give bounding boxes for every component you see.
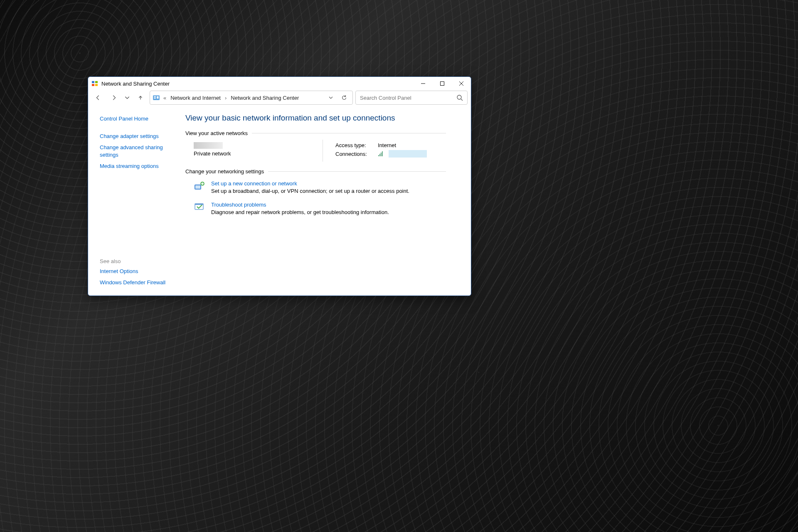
- svg-rect-10: [154, 98, 156, 99]
- svg-rect-2: [92, 84, 94, 86]
- svg-rect-15: [379, 154, 380, 156]
- setup-connection-link[interactable]: Set up a new connection or network: [211, 180, 409, 187]
- chevron-right-icon: ›: [223, 95, 228, 101]
- window-icon: [91, 80, 98, 87]
- svg-rect-19: [195, 185, 200, 189]
- troubleshoot-desc: Diagnose and repair network problems, or…: [211, 209, 389, 215]
- refresh-button[interactable]: [338, 92, 350, 103]
- close-button[interactable]: [452, 77, 471, 90]
- control-panel-home-link[interactable]: Control Panel Home: [100, 115, 174, 123]
- internet-options-link[interactable]: Internet Options: [100, 268, 174, 275]
- maximize-button[interactable]: [433, 77, 452, 90]
- up-button[interactable]: [134, 91, 147, 104]
- change-settings-label: Change your networking settings: [185, 168, 264, 175]
- window-title: Network and Sharing Center: [101, 81, 414, 87]
- window-controls: [414, 77, 471, 90]
- svg-rect-14: [378, 155, 379, 156]
- troubleshoot-task: Troubleshoot problems Diagnose and repai…: [194, 202, 446, 215]
- breadcrumb-network-sharing[interactable]: Network and Sharing Center: [230, 94, 300, 102]
- troubleshoot-icon: [194, 202, 205, 213]
- vertical-divider: [323, 140, 323, 162]
- svg-rect-22: [195, 204, 203, 205]
- media-streaming-options-link[interactable]: Media streaming options: [100, 163, 174, 170]
- divider: [252, 133, 446, 133]
- network-name-redacted: [194, 142, 223, 149]
- address-bar[interactable]: « Network and Internet › Network and Sha…: [150, 91, 353, 105]
- control-panel-icon: [153, 94, 160, 101]
- svg-line-13: [461, 99, 463, 101]
- windows-defender-firewall-link[interactable]: Windows Defender Firewall: [100, 279, 174, 286]
- see-also-header: See also: [100, 258, 174, 264]
- sidebar: Control Panel Home Change adapter settin…: [88, 108, 180, 296]
- access-type-label: Access type:: [335, 142, 373, 148]
- recent-dropdown-button[interactable]: [123, 91, 131, 104]
- active-network-block: Private network Access type: Internet Co…: [194, 142, 446, 159]
- svg-point-12: [457, 95, 461, 99]
- setup-connection-desc: Set up a broadband, dial-up, or VPN conn…: [211, 188, 409, 194]
- toolbar: « Network and Internet › Network and Sha…: [88, 90, 471, 108]
- setup-connection-icon: [194, 180, 205, 192]
- search-input[interactable]: [360, 95, 456, 101]
- active-networks-group: View your active networks: [185, 130, 446, 136]
- minimize-button[interactable]: [414, 77, 433, 90]
- svg-rect-9: [154, 96, 156, 97]
- active-networks-label: View your active networks: [185, 130, 248, 136]
- titlebar[interactable]: Network and Sharing Center: [88, 77, 471, 90]
- connection-link-redacted[interactable]: [389, 150, 427, 158]
- svg-rect-0: [92, 81, 94, 83]
- svg-rect-16: [381, 153, 382, 156]
- back-button[interactable]: [91, 91, 105, 104]
- access-type-value: Internet: [378, 142, 396, 148]
- change-advanced-sharing-link[interactable]: Change advanced sharing settings: [100, 144, 174, 158]
- network-sharing-center-window: Network and Sharing Center « Network and…: [88, 76, 471, 296]
- svg-rect-1: [95, 81, 98, 83]
- main-panel: View your basic network information and …: [180, 108, 471, 296]
- window-body: Control Panel Home Change adapter settin…: [88, 108, 471, 296]
- page-heading: View your basic network information and …: [185, 113, 446, 123]
- breadcrumb-ellipsis[interactable]: «: [162, 95, 168, 101]
- svg-rect-17: [382, 151, 383, 156]
- svg-rect-3: [95, 84, 98, 86]
- divider: [268, 171, 446, 172]
- connections-label: Connections:: [335, 151, 373, 157]
- wifi-signal-icon: [378, 151, 384, 157]
- forward-button[interactable]: [107, 91, 121, 104]
- change-adapter-settings-link[interactable]: Change adapter settings: [100, 133, 174, 140]
- setup-connection-task: Set up a new connection or network Set u…: [194, 180, 446, 194]
- change-settings-group: Change your networking settings: [185, 168, 446, 175]
- search-box[interactable]: [355, 91, 468, 105]
- svg-rect-5: [441, 82, 444, 86]
- search-icon[interactable]: [456, 94, 463, 101]
- svg-rect-11: [157, 96, 159, 99]
- network-type: Private network: [194, 150, 310, 157]
- troubleshoot-link[interactable]: Troubleshoot problems: [211, 202, 389, 208]
- breadcrumb-network-internet[interactable]: Network and Internet: [170, 94, 222, 102]
- address-dropdown-button[interactable]: [325, 92, 337, 103]
